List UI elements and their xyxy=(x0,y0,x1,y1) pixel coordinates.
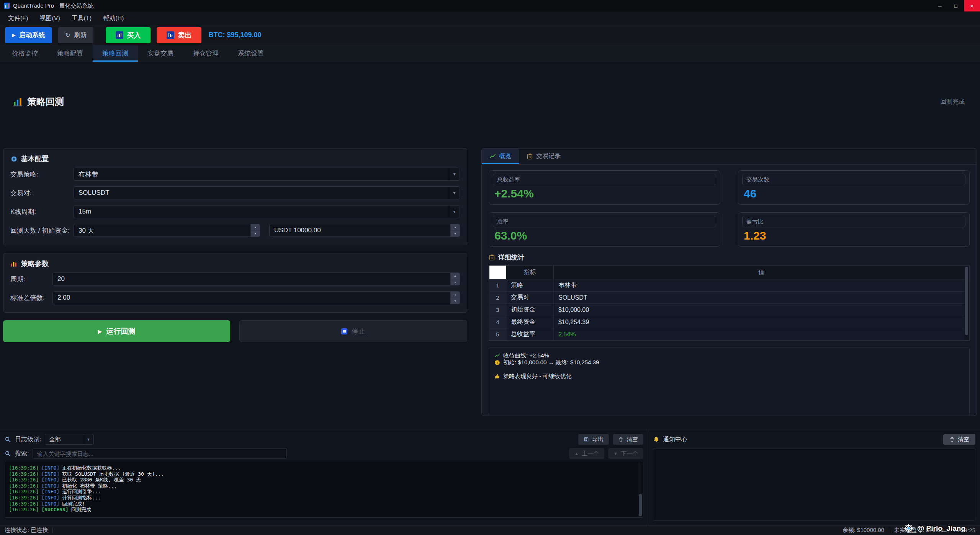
metric-cell[interactable]: 交易对 xyxy=(506,292,554,304)
table-row[interactable]: 5 总收益率 2.54% xyxy=(489,328,969,341)
initial-capital-input[interactable]: USDT 10000.00 ▴ ▾ xyxy=(269,224,460,237)
row-number[interactable]: 2 xyxy=(489,292,506,304)
chevron-down-icon: ▾ xyxy=(449,206,460,218)
sell-button[interactable]: 卖出 xyxy=(157,27,201,43)
log-line: [16:39:26][INFO]获取 SOLUSDT 历史数据 (最近 30 天… xyxy=(9,471,639,477)
clipboard-icon xyxy=(489,254,495,261)
stat-label: 胜率 xyxy=(493,216,716,227)
close-button[interactable]: × xyxy=(964,0,980,11)
log-search-input[interactable] xyxy=(33,448,287,459)
table-row[interactable]: 4 最终资金 $10,254.39 xyxy=(489,316,969,328)
spin-down-button[interactable]: ▾ xyxy=(450,231,460,237)
trading-pair-select[interactable]: SOLUSDT ▾ xyxy=(74,186,460,199)
log-line: [16:39:26][INFO]回测完成! xyxy=(9,501,639,507)
metric-cell[interactable]: 最终资金 xyxy=(506,316,554,328)
table-row[interactable]: 3 初始资金 $10,000.00 xyxy=(489,304,969,316)
minimize-button[interactable]: ─ xyxy=(932,0,948,11)
play-icon: ▶ xyxy=(12,32,16,38)
menu-item-help[interactable]: 帮助(H) xyxy=(97,11,129,25)
stddev-multiplier-input[interactable]: 2.00 ▴ ▾ xyxy=(52,291,460,304)
buy-button[interactable]: 买入 xyxy=(106,27,151,43)
spin-down-button[interactable]: ▾ xyxy=(250,231,260,237)
play-icon: ▶ xyxy=(98,328,102,334)
table-row[interactable]: 1 策略 布林带 xyxy=(489,279,969,292)
tab-live-trading[interactable]: 实盘交易 xyxy=(138,45,183,62)
row-number[interactable]: 3 xyxy=(489,304,506,316)
stat-value: 46 xyxy=(744,186,964,201)
metric-cell[interactable]: 初始资金 xyxy=(506,304,554,316)
clear-logs-label: 清空 xyxy=(627,436,638,443)
clear-notifications-button[interactable]: 清空 xyxy=(943,434,975,445)
value-column-header[interactable]: 值 xyxy=(554,266,969,279)
spin-up-button[interactable]: ▴ xyxy=(450,273,460,279)
export-logs-button[interactable]: 导出 xyxy=(578,434,609,445)
clear-logs-button[interactable]: 清空 xyxy=(613,434,643,445)
log-search-label: 搜索: xyxy=(15,450,29,458)
stat-total-return: 总收益率 +2.54% xyxy=(489,170,720,205)
menu-item-tools[interactable]: 工具(T) xyxy=(66,11,97,25)
table-row[interactable]: 2 交易对 SOLUSDT xyxy=(489,292,969,304)
tab-system-settings[interactable]: 系统设置 xyxy=(228,45,273,62)
refresh-icon: ↻ xyxy=(65,31,70,39)
row-number[interactable]: 4 xyxy=(489,316,506,328)
tab-strategy-config[interactable]: 策略配置 xyxy=(47,45,93,62)
row-number[interactable]: 1 xyxy=(489,279,506,292)
spin-up-button[interactable]: ▴ xyxy=(450,224,460,231)
menu-item-file[interactable]: 文件(F) xyxy=(2,11,34,25)
log-line: [16:39:26][INFO]正在初始化数据获取器... xyxy=(9,465,639,471)
log-panel: 日志级别: 全部 ▾ 导出 清空 搜索: ▲ 上一个 xyxy=(0,430,648,525)
spin-up-button[interactable]: ▴ xyxy=(450,292,460,298)
tab-trade-records[interactable]: 交易记录 xyxy=(519,148,568,164)
table-scrollbar[interactable] xyxy=(964,266,969,340)
kline-period-select[interactable]: 15m ▾ xyxy=(74,205,460,218)
initial-capital-value: USDT 10000.00 xyxy=(274,227,321,234)
trash-icon xyxy=(949,437,955,442)
spin-up-button[interactable]: ▴ xyxy=(250,224,260,231)
tab-strategy-backtest[interactable]: 策略回测 xyxy=(93,45,138,62)
next-match-label: 下一个 xyxy=(621,450,638,457)
spin-down-button[interactable]: ▾ xyxy=(450,279,460,285)
menu-item-view[interactable]: 视图(V) xyxy=(34,11,65,25)
summary-line: 初始: $10,000.00 → 最终: $10,254.39 xyxy=(503,359,599,366)
log-scrollbar[interactable] xyxy=(638,463,643,517)
tab-overview[interactable]: 概览 xyxy=(482,148,519,164)
connection-status: 连接状态: 已连接 xyxy=(5,527,48,534)
stat-label: 交易次数 xyxy=(742,174,965,185)
refresh-button[interactable]: ↻ 刷新 xyxy=(58,27,93,43)
value-cell[interactable]: $10,000.00 xyxy=(554,304,969,316)
window-title: QuantTrade Pro - 量化交易系统 xyxy=(13,2,93,10)
tab-trade-records-label: 交易记录 xyxy=(536,152,561,160)
detail-stats-table: 指标 值 1 策略 布林带 2 交易 xyxy=(489,265,970,341)
basic-config-title-text: 基本配置 xyxy=(21,154,49,163)
next-match-button[interactable]: ▼ 下一个 xyxy=(608,448,643,459)
stop-button[interactable]: 停止 xyxy=(239,320,467,342)
log-level-label: 日志级别: xyxy=(15,436,41,444)
log-level-select[interactable]: 全部 ▾ xyxy=(45,434,94,445)
maximize-button[interactable]: □ xyxy=(948,0,964,11)
value-cell[interactable]: 2.54% xyxy=(554,328,969,341)
bar-chart-icon xyxy=(13,97,23,107)
spin-down-button[interactable]: ▾ xyxy=(450,298,460,304)
stat-label: 总收益率 xyxy=(493,174,716,185)
table-corner-button[interactable] xyxy=(489,266,506,279)
value-cell[interactable]: $10,254.39 xyxy=(554,316,969,328)
tab-price-monitor[interactable]: 价格监控 xyxy=(2,45,47,62)
backtest-days-input[interactable]: 30 天 ▴ ▾ xyxy=(74,224,260,237)
tab-overview-label: 概览 xyxy=(499,152,511,160)
metric-column-header[interactable]: 指标 xyxy=(506,266,554,279)
strategy-select[interactable]: 布林带 ▾ xyxy=(74,168,460,181)
start-system-button[interactable]: ▶ 启动系统 xyxy=(5,27,52,43)
start-system-label: 启动系统 xyxy=(19,31,45,39)
metric-cell[interactable]: 策略 xyxy=(506,279,554,292)
tab-position-management[interactable]: 持仓管理 xyxy=(183,45,228,62)
log-output[interactable]: [16:39:26][INFO]正在初始化数据获取器... [16:39:26]… xyxy=(5,462,643,518)
line-chart-icon xyxy=(489,153,496,160)
prev-match-button[interactable]: ▲ 上一个 xyxy=(569,448,604,459)
value-cell[interactable]: SOLUSDT xyxy=(554,292,969,304)
row-number[interactable]: 5 xyxy=(489,328,506,341)
period-input[interactable]: 20 ▴ ▾ xyxy=(52,272,460,285)
value-cell[interactable]: 布林带 xyxy=(554,279,969,292)
watermark: @ Pirlo_Jiang xyxy=(903,523,965,533)
metric-cell[interactable]: 总收益率 xyxy=(506,328,554,341)
run-backtest-button[interactable]: ▶ 运行回测 xyxy=(3,320,230,342)
